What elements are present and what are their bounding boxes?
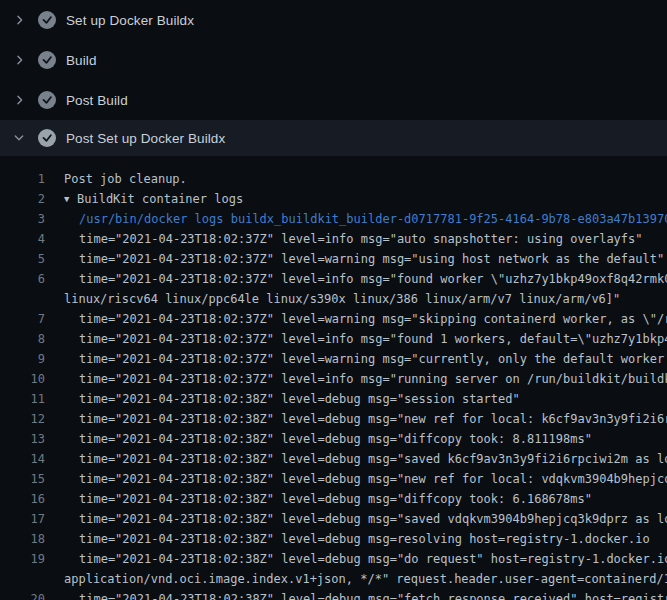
log-line: 20time="2021-04-23T18:02:38Z" level=debu… — [0, 589, 667, 600]
log-line: 13time="2021-04-23T18:02:38Z" level=debu… — [0, 429, 667, 449]
chevron-right-icon — [12, 12, 26, 28]
log-line: 19time="2021-04-23T18:02:38Z" level=debu… — [0, 549, 667, 569]
step-row[interactable]: Post Build — [0, 80, 667, 120]
group-expanded-triangle-icon: ▼ — [64, 189, 77, 209]
chevron-right-icon — [12, 92, 26, 108]
log-text: time="2021-04-23T18:02:38Z" level=debug … — [79, 489, 592, 509]
line-number[interactable]: 12 — [0, 409, 45, 429]
log-text: time="2021-04-23T18:02:37Z" level=warnin… — [79, 309, 667, 329]
line-number[interactable]: 1 — [0, 169, 45, 189]
group-title: BuildKit container logs — [77, 192, 243, 206]
check-circle-icon — [38, 51, 56, 69]
log-command-text: /usr/bin/docker logs buildx_buildkit_bui… — [79, 209, 667, 229]
line-number[interactable]: 17 — [0, 509, 45, 529]
line-number[interactable]: 5 — [0, 249, 45, 269]
log-text: time="2021-04-23T18:02:38Z" level=debug … — [79, 389, 520, 409]
line-number[interactable]: 20 — [0, 589, 45, 600]
chevron-down-icon — [12, 130, 26, 146]
line-number — [0, 569, 45, 589]
step-label: Post Build — [66, 93, 128, 108]
log-viewer: 1Post job cleanup.2▼BuildKit container l… — [0, 156, 667, 600]
step-label: Build — [66, 53, 97, 68]
step-row[interactable]: Build — [0, 40, 667, 80]
log-text: Post job cleanup. — [64, 169, 187, 189]
log-line: 8time="2021-04-23T18:02:37Z" level=info … — [0, 329, 667, 349]
log-line: 11time="2021-04-23T18:02:38Z" level=debu… — [0, 389, 667, 409]
log-line: 4time="2021-04-23T18:02:37Z" level=info … — [0, 229, 667, 249]
log-text: time="2021-04-23T18:02:38Z" level=debug … — [79, 509, 667, 529]
step-row[interactable]: Post Set up Docker Buildx — [0, 120, 667, 156]
line-number[interactable]: 2 — [0, 189, 45, 209]
log-text: application/vnd.oci.image.index.v1+json,… — [64, 569, 667, 589]
line-number[interactable]: 16 — [0, 489, 45, 509]
log-line: 14time="2021-04-23T18:02:38Z" level=debu… — [0, 449, 667, 469]
log-line-continuation: linux/riscv64 linux/ppc64le linux/s390x … — [0, 289, 667, 309]
log-text: time="2021-04-23T18:02:37Z" level=info m… — [79, 329, 667, 349]
log-group-toggle[interactable]: ▼BuildKit container logs — [64, 189, 243, 209]
check-circle-icon — [38, 11, 56, 29]
log-line: 7time="2021-04-23T18:02:37Z" level=warni… — [0, 309, 667, 329]
step-row[interactable]: Set up Docker Buildx — [0, 0, 667, 40]
actions-log-viewer: Set up Docker BuildxBuildPost BuildPost … — [0, 0, 667, 600]
log-text: time="2021-04-23T18:02:37Z" level=info m… — [79, 369, 667, 389]
log-text: time="2021-04-23T18:02:37Z" level=warnin… — [79, 349, 667, 369]
log-text: time="2021-04-23T18:02:38Z" level=debug … — [79, 529, 650, 549]
line-number[interactable]: 9 — [0, 349, 45, 369]
log-line: 2▼BuildKit container logs — [0, 189, 667, 209]
log-line: 10time="2021-04-23T18:02:37Z" level=info… — [0, 369, 667, 389]
line-number[interactable]: 4 — [0, 229, 45, 249]
log-line-continuation: application/vnd.oci.image.index.v1+json,… — [0, 569, 667, 589]
log-line: 16time="2021-04-23T18:02:38Z" level=debu… — [0, 489, 667, 509]
log-line: 15time="2021-04-23T18:02:38Z" level=debu… — [0, 469, 667, 489]
log-text: time="2021-04-23T18:02:38Z" level=debug … — [79, 449, 667, 469]
line-number[interactable]: 11 — [0, 389, 45, 409]
log-text: time="2021-04-23T18:02:37Z" level=info m… — [79, 229, 643, 249]
step-label: Set up Docker Buildx — [66, 13, 194, 28]
log-text: time="2021-04-23T18:02:38Z" level=debug … — [79, 589, 667, 600]
log-line: 17time="2021-04-23T18:02:38Z" level=debu… — [0, 509, 667, 529]
log-line: 6time="2021-04-23T18:02:37Z" level=info … — [0, 269, 667, 289]
log-line: 12time="2021-04-23T18:02:38Z" level=debu… — [0, 409, 667, 429]
line-number[interactable]: 18 — [0, 529, 45, 549]
log-text: linux/riscv64 linux/ppc64le linux/s390x … — [64, 289, 620, 309]
log-text: time="2021-04-23T18:02:38Z" level=debug … — [79, 409, 667, 429]
line-number[interactable]: 7 — [0, 309, 45, 329]
log-line: 3/usr/bin/docker logs buildx_buildkit_bu… — [0, 209, 667, 229]
line-number[interactable]: 6 — [0, 269, 45, 289]
check-circle-icon — [38, 129, 56, 147]
line-number[interactable]: 19 — [0, 549, 45, 569]
line-number[interactable]: 10 — [0, 369, 45, 389]
log-line: 18time="2021-04-23T18:02:38Z" level=debu… — [0, 529, 667, 549]
line-number[interactable]: 15 — [0, 469, 45, 489]
log-text: time="2021-04-23T18:02:38Z" level=debug … — [79, 429, 592, 449]
log-line: 5time="2021-04-23T18:02:37Z" level=warni… — [0, 249, 667, 269]
log-text: time="2021-04-23T18:02:37Z" level=warnin… — [79, 249, 664, 269]
step-label: Post Set up Docker Buildx — [66, 131, 225, 146]
log-text: time="2021-04-23T18:02:37Z" level=info m… — [79, 269, 667, 289]
log-text: time="2021-04-23T18:02:38Z" level=debug … — [79, 549, 667, 569]
log-text: time="2021-04-23T18:02:38Z" level=debug … — [79, 469, 667, 489]
line-number[interactable]: 8 — [0, 329, 45, 349]
line-number[interactable]: 13 — [0, 429, 45, 449]
log-line: 9time="2021-04-23T18:02:37Z" level=warni… — [0, 349, 667, 369]
line-number[interactable]: 3 — [0, 209, 45, 229]
chevron-right-icon — [12, 52, 26, 68]
log-line: 1Post job cleanup. — [0, 169, 667, 189]
check-circle-icon — [38, 91, 56, 109]
line-number[interactable]: 14 — [0, 449, 45, 469]
steps-list: Set up Docker BuildxBuildPost BuildPost … — [0, 0, 667, 156]
line-number — [0, 289, 45, 309]
